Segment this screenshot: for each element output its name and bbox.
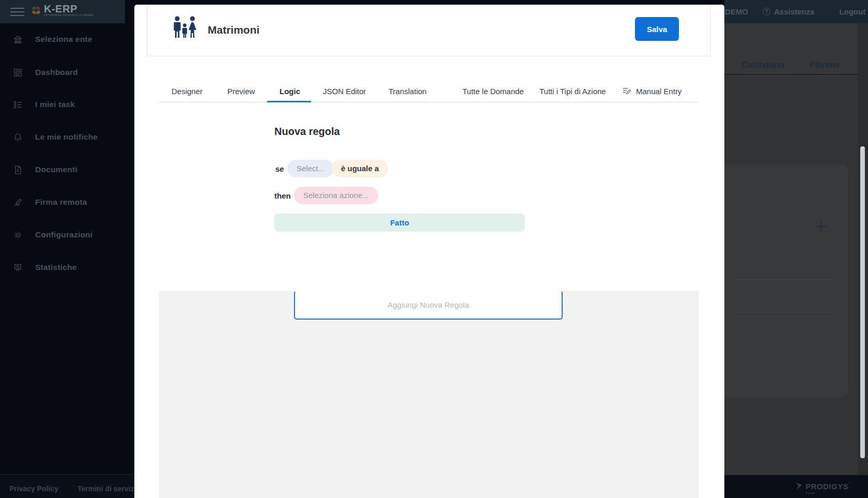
divider	[733, 279, 836, 280]
operator-select[interactable]: è uguale a	[332, 160, 388, 177]
hamburger-menu-icon[interactable]	[10, 8, 24, 16]
sidebar-footer: Privacy Policy Termini di servizio	[0, 474, 134, 498]
sidebar-item-le-mie-notifiche[interactable]: Le mie notifiche	[0, 127, 125, 147]
sidebar-item-label: Seleziona ente	[35, 35, 92, 44]
modal-header: Matrimoni Salva	[147, 5, 711, 56]
brand-subtitle: ENTERPRISE RESOURCE PLANNING	[44, 14, 94, 17]
sidebar-item-documenti[interactable]: Documenti	[0, 159, 125, 180]
sidebar-item-statistiche[interactable]: Statistiche	[0, 257, 125, 278]
tab-translation[interactable]: Translation	[389, 80, 427, 102]
bell-icon	[13, 132, 23, 142]
tasks-icon	[13, 100, 23, 110]
stats-icon	[13, 263, 23, 273]
sidebar-item-label: I miei task	[35, 100, 75, 109]
topbar-right: DEMO ? Assistenza Logout	[724, 0, 868, 23]
manual-entry-icon	[622, 86, 632, 96]
if-label: se	[275, 164, 284, 173]
then-label: then	[274, 191, 291, 200]
sidebar-item-label: Documenti	[35, 165, 78, 174]
sidebar-item-dashboard[interactable]: Dashboard	[0, 62, 125, 83]
logout-link[interactable]: Logout	[839, 7, 865, 16]
divider	[733, 312, 836, 312]
gear-icon	[13, 230, 23, 240]
background-tab-planner: Planner	[810, 61, 840, 70]
tab-tutti-i-tipi-di-azione[interactable]: Tutti i Tipi di Azione	[539, 80, 606, 102]
rules-panel: Aggiungi Nuova Regola	[159, 291, 699, 498]
tab-tutte-le-domande[interactable]: Tutte le Domande	[462, 80, 524, 102]
background-tabstrip: Calendario Planner	[724, 23, 868, 74]
sidebar: Seleziona ente Dashboard I miei task Le …	[0, 23, 125, 474]
tabbar-divider	[159, 102, 699, 102]
sidebar-item-label: Firma remota	[35, 198, 87, 207]
form-editor-modal: Matrimoni Salva Designer Preview Logic J…	[134, 5, 724, 498]
active-tab-underline	[267, 101, 311, 102]
action-select[interactable]: Seleziona azione...	[294, 187, 378, 204]
sidebar-header: K-ERP ENTERPRISE RESOURCE PLANNING	[0, 0, 125, 23]
bank-icon	[13, 35, 23, 44]
sidebar-item-configurazioni[interactable]: Configurazioni	[0, 224, 125, 245]
rule-heading: Nuova regola	[274, 126, 340, 138]
signature-icon	[13, 198, 23, 207]
tab-manual-entry[interactable]: Manual Entry	[622, 80, 681, 102]
document-icon	[13, 165, 23, 175]
tab-logic[interactable]: Logic	[280, 80, 300, 102]
app-logo: K-ERP ENTERPRISE RESOURCE PLANNING	[31, 4, 94, 17]
tab-json-editor[interactable]: JSON Editor	[323, 80, 366, 102]
scrollbar-thumb[interactable]	[860, 146, 865, 458]
brand-name: K-ERP	[44, 4, 94, 14]
prodigys-arrow-icon	[795, 482, 802, 491]
kerp-pinwheel-icon	[31, 5, 41, 16]
sidebar-item-label: Le mie notifiche	[35, 132, 98, 142]
environment-badge: DEMO	[725, 7, 748, 16]
dashboard-icon	[13, 68, 23, 78]
assistance-link[interactable]: ? Assistenza	[763, 7, 814, 16]
sidebar-item-label: Dashboard	[35, 68, 78, 77]
screen: K-ERP ENTERPRISE RESOURCE PLANNING Selez…	[0, 0, 868, 498]
sidebar-item-i-miei-task[interactable]: I miei task	[0, 94, 125, 115]
background-card-dimmed	[724, 164, 848, 397]
sidebar-item-label: Configurazioni	[35, 230, 92, 239]
tab-preview[interactable]: Preview	[227, 80, 255, 102]
done-button[interactable]: Fatto	[274, 214, 525, 232]
condition-select[interactable]: Select...	[287, 160, 334, 177]
sidebar-item-seleziona-ente[interactable]: Seleziona ente	[0, 29, 125, 50]
footer-right: PRODIGYS° Group	[724, 475, 868, 498]
terms-link[interactable]: Termini di servizio	[78, 485, 141, 493]
sidebar-item-label: Statistiche	[35, 263, 77, 272]
add-icon	[815, 221, 827, 232]
prodigys-logo: PRODIGYS° Group	[795, 482, 850, 494]
modal-title: Matrimoni	[208, 24, 259, 36]
sidebar-item-firma-remota[interactable]: Firma remota	[0, 192, 125, 213]
family-icon	[173, 16, 197, 43]
scrollbar-track[interactable]	[858, 23, 868, 475]
help-icon: ?	[763, 8, 770, 16]
add-new-rule-button[interactable]: Aggiungi Nuova Regola	[294, 291, 563, 320]
background-tab-calendario: Calendario	[741, 61, 784, 70]
tab-designer[interactable]: Designer	[172, 80, 203, 102]
save-button[interactable]: Salva	[635, 17, 679, 41]
privacy-policy-link[interactable]: Privacy Policy	[9, 485, 58, 493]
